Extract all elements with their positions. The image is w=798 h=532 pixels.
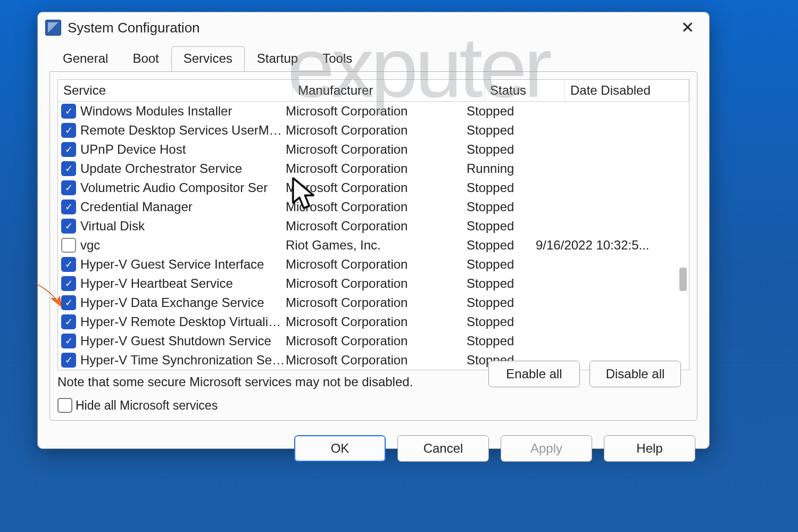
col-status[interactable]: Status	[485, 80, 565, 101]
service-checkbox[interactable]: ✓	[61, 314, 76, 329]
service-status: Stopped	[467, 332, 536, 350]
service-checkbox[interactable]: ✓	[61, 219, 76, 234]
service-row[interactable]: ✓Remote Desktop Services UserMod...Micro…	[58, 121, 689, 140]
close-button[interactable]: ✕	[676, 18, 700, 38]
dialog-buttons: OK Cancel Apply Help	[38, 430, 709, 472]
service-row[interactable]: vgcRiot Games, Inc.Stopped9/16/2022 10:3…	[58, 236, 689, 255]
service-manufacturer: Microsoft Corporation	[286, 332, 467, 350]
service-row[interactable]: ✓Virtual DiskMicrosoft CorporationStoppe…	[58, 217, 689, 236]
service-manufacturer: Microsoft Corporation	[286, 313, 467, 330]
titlebar: System Configuration ✕	[38, 12, 709, 42]
service-status: Stopped	[467, 141, 536, 158]
service-name: Hyper-V Guest Service Interface	[80, 256, 286, 273]
service-name: Update Orchestrator Service	[80, 160, 286, 177]
tab-services[interactable]: Services	[171, 46, 245, 71]
service-name: vgc	[80, 237, 286, 254]
service-status: Stopped	[467, 198, 536, 215]
service-name: Hyper-V Guest Shutdown Service	[80, 332, 286, 350]
service-status: Stopped	[467, 313, 536, 330]
service-manufacturer: Riot Games, Inc.	[286, 237, 467, 254]
service-row[interactable]: ✓Volumetric Audio Compositor SerMicrosof…	[58, 178, 689, 197]
ok-button[interactable]: OK	[294, 435, 386, 462]
service-manufacturer: Microsoft Corporation	[286, 103, 467, 120]
service-name: Hyper-V Remote Desktop Virtualiza...	[80, 313, 286, 330]
service-name: Hyper-V Time Synchronization Serv...	[80, 352, 286, 369]
service-manufacturer: Microsoft Corporation	[286, 256, 467, 273]
tabpage-services: Service Manufacturer Status Date Disable…	[49, 71, 697, 421]
service-row[interactable]: ✓Credential ManagerMicrosoft Corporation…	[58, 197, 689, 217]
service-status: Stopped	[467, 218, 536, 235]
service-manufacturer: Microsoft Corporation	[286, 122, 467, 139]
col-manufacturer[interactable]: Manufacturer	[293, 80, 485, 101]
col-service[interactable]: Service	[58, 80, 293, 101]
service-status: Stopped	[467, 294, 536, 311]
tab-boot[interactable]: Boot	[120, 46, 171, 71]
service-name: Hyper-V Heartbeat Service	[80, 275, 286, 292]
service-manufacturer: Microsoft Corporation	[286, 218, 467, 235]
service-checkbox[interactable]: ✓	[61, 257, 76, 272]
service-manufacturer: Microsoft Corporation	[286, 275, 467, 292]
scrollbar-thumb[interactable]	[679, 268, 687, 291]
service-status: Stopped	[467, 122, 536, 139]
app-icon	[45, 20, 61, 36]
service-row[interactable]: ✓Hyper-V Remote Desktop Virtualiza...Mic…	[58, 312, 689, 331]
service-row[interactable]: ✓Hyper-V Guest Shutdown ServiceMicrosoft…	[58, 331, 689, 351]
cancel-button[interactable]: Cancel	[397, 435, 489, 462]
disable-all-button[interactable]: Disable all	[589, 361, 681, 387]
service-status: Stopped	[467, 179, 536, 196]
service-checkbox[interactable]	[61, 238, 76, 253]
service-manufacturer: Microsoft Corporation	[286, 352, 467, 369]
hide-ms-services-row[interactable]: Hide all Microsoft services	[57, 398, 689, 413]
service-checkbox[interactable]: ✓	[61, 295, 76, 310]
service-checkbox[interactable]: ✓	[61, 142, 76, 157]
apply-button[interactable]: Apply	[501, 435, 592, 462]
service-row[interactable]: ✓Update Orchestrator ServiceMicrosoft Co…	[58, 159, 689, 178]
tab-general[interactable]: General	[51, 46, 120, 71]
service-name: Volumetric Audio Compositor Ser	[80, 179, 286, 196]
service-status: Stopped	[467, 103, 536, 120]
service-manufacturer: Microsoft Corporation	[286, 160, 467, 177]
service-checkbox[interactable]: ✓	[61, 334, 76, 348]
service-checkbox[interactable]: ✓	[61, 180, 76, 195]
listview-header: Service Manufacturer Status Date Disable…	[58, 80, 689, 102]
service-name: Remote Desktop Services UserMod...	[80, 122, 286, 139]
service-date-disabled: 9/16/2022 10:32:5...	[536, 237, 687, 254]
msconfig-window: System Configuration ✕ General Boot Serv…	[37, 12, 710, 449]
tab-startup[interactable]: Startup	[245, 46, 310, 71]
service-checkbox[interactable]: ✓	[61, 200, 76, 214]
enable-disable-group: Enable all Disable all	[488, 361, 681, 387]
service-manufacturer: Microsoft Corporation	[286, 198, 467, 215]
window-title: System Configuration	[68, 20, 200, 36]
service-status: Stopped	[467, 237, 536, 254]
enable-all-button[interactable]: Enable all	[488, 361, 580, 387]
listview-body[interactable]: ✓Windows Modules InstallerMicrosoft Corp…	[58, 102, 689, 370]
col-date-disabled[interactable]: Date Disabled	[565, 80, 689, 101]
service-manufacturer: Microsoft Corporation	[286, 179, 467, 196]
service-name: Windows Modules Installer	[80, 103, 286, 120]
service-checkbox[interactable]: ✓	[61, 161, 76, 176]
tab-tools[interactable]: Tools	[310, 46, 364, 71]
service-row[interactable]: ✓Hyper-V Guest Service InterfaceMicrosof…	[58, 255, 689, 274]
hide-ms-services-label: Hide all Microsoft services	[76, 398, 218, 413]
service-manufacturer: Microsoft Corporation	[286, 294, 467, 311]
tabstrip: General Boot Services Startup Tools	[38, 46, 709, 72]
hide-ms-services-checkbox[interactable]	[57, 398, 72, 413]
services-listview[interactable]: Service Manufacturer Status Date Disable…	[57, 79, 689, 370]
service-status: Stopped	[467, 256, 536, 273]
service-row[interactable]: ✓Hyper-V Data Exchange ServiceMicrosoft …	[58, 293, 689, 312]
service-name: Virtual Disk	[80, 218, 286, 235]
service-manufacturer: Microsoft Corporation	[286, 141, 467, 158]
service-checkbox[interactable]: ✓	[61, 104, 76, 119]
service-name: Hyper-V Data Exchange Service	[80, 294, 286, 311]
service-checkbox[interactable]: ✓	[61, 353, 76, 368]
service-row[interactable]: ✓UPnP Device HostMicrosoft CorporationSt…	[58, 140, 689, 159]
service-row[interactable]: ✓Hyper-V Heartbeat ServiceMicrosoft Corp…	[58, 274, 689, 293]
service-name: UPnP Device Host	[80, 141, 286, 158]
service-row[interactable]: ✓Windows Modules InstallerMicrosoft Corp…	[58, 102, 689, 121]
service-status: Running	[467, 160, 536, 177]
help-button[interactable]: Help	[604, 435, 695, 462]
service-name: Credential Manager	[80, 198, 286, 215]
service-checkbox[interactable]: ✓	[61, 276, 76, 291]
service-status: Stopped	[467, 275, 536, 292]
service-checkbox[interactable]: ✓	[61, 123, 76, 138]
